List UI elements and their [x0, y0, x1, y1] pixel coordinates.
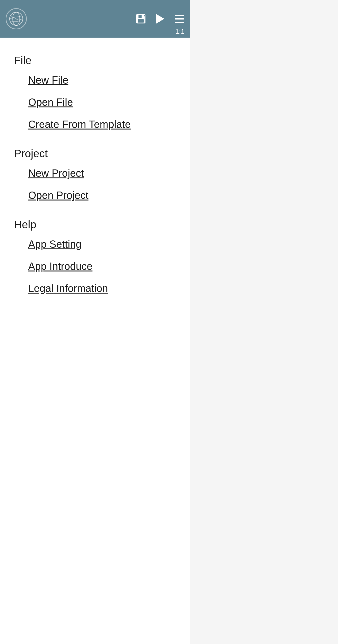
open-file-button[interactable]: Open File	[0, 91, 190, 113]
section-gap-1	[0, 136, 190, 140]
help-section-label: Help	[0, 211, 190, 233]
legal-information-button[interactable]: Legal Information	[0, 277, 190, 300]
app-logo	[6, 8, 27, 30]
menu-content: File New File Open File Create From Temp…	[0, 38, 190, 644]
file-section: File New File Open File Create From Temp…	[0, 47, 190, 136]
project-section-label: Project	[0, 140, 190, 162]
new-project-button[interactable]: New Project	[0, 162, 190, 184]
app-header: 1:1	[0, 0, 190, 38]
section-gap-2	[0, 206, 190, 211]
zoom-label: 1:1	[175, 28, 184, 35]
save-icon[interactable]	[136, 14, 146, 24]
svg-rect-12	[175, 18, 184, 20]
file-section-label: File	[0, 47, 190, 69]
svg-rect-11	[175, 15, 184, 16]
play-icon[interactable]	[155, 14, 165, 24]
svg-rect-9	[138, 19, 144, 22]
header-actions	[136, 14, 184, 24]
new-file-button[interactable]: New File	[0, 69, 190, 91]
project-section: Project New Project Open Project	[0, 140, 190, 206]
app-introduce-button[interactable]: App Introduce	[0, 255, 190, 277]
app-setting-button[interactable]: App Setting	[0, 233, 190, 255]
svg-rect-13	[175, 22, 184, 23]
svg-rect-8	[141, 15, 142, 18]
help-section: Help App Setting App Introduce Legal Inf…	[0, 211, 190, 300]
open-project-button[interactable]: Open Project	[0, 184, 190, 206]
create-from-template-button[interactable]: Create From Template	[0, 113, 190, 136]
list-icon[interactable]	[174, 14, 184, 24]
svg-marker-10	[156, 14, 164, 24]
